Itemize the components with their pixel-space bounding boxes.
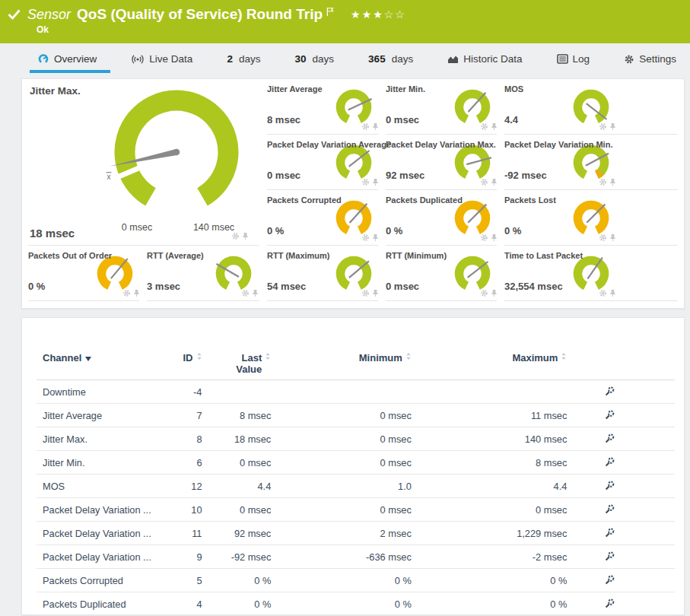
gauge-cell-rtt-average: RTT (Average)3 msec <box>147 246 259 301</box>
table-row-jitter-min[interactable]: Jitter Min.60 msec0 msec8 msec <box>37 451 675 475</box>
gauge-cell-packet-delay-variation-max: Packet Delay Variation Max.92 msec <box>386 135 497 190</box>
cell-channel[interactable]: Packets Duplicated <box>37 599 182 610</box>
gauge-value: -92 msec <box>504 170 547 181</box>
gear-icon[interactable] <box>480 289 488 297</box>
cell-channel[interactable]: Packet Delay Variation ... <box>37 504 182 516</box>
wrench-icon[interactable] <box>604 504 615 515</box>
table-row-jitter-average[interactable]: Jitter Average78 msec0 msec11 msec <box>37 404 675 427</box>
cell-channel[interactable]: Downtime <box>37 386 182 398</box>
table-row-downtime[interactable]: Downtime-4 <box>37 380 675 404</box>
cell-maximum: 4.4 <box>412 481 568 492</box>
pin-icon[interactable] <box>609 178 617 186</box>
gauge-label: RTT (Average) <box>147 251 204 260</box>
tab-30-days[interactable]: 30days <box>292 50 338 73</box>
tab-2-days[interactable]: 2days <box>224 50 263 73</box>
cell-actions <box>567 551 675 562</box>
tab-365-days[interactable]: 365days <box>365 50 416 73</box>
gear-icon[interactable] <box>480 178 488 186</box>
gauge-label: Packets Lost <box>504 195 556 205</box>
wrench-icon[interactable] <box>604 575 615 586</box>
gear-icon[interactable] <box>599 233 607 242</box>
gear-icon[interactable] <box>231 232 240 240</box>
tab-log[interactable]: Log <box>554 50 593 73</box>
pin-icon[interactable] <box>132 289 141 297</box>
pin-icon[interactable] <box>371 233 380 242</box>
column-header-minimum[interactable]: Minimum <box>271 352 412 364</box>
pin-icon[interactable] <box>609 289 617 297</box>
cell-id: 9 <box>182 551 202 563</box>
column-header-last-value[interactable]: Last Value <box>202 352 272 375</box>
table-row-packets-duplicated[interactable]: Packets Duplicated40 %0 %0 % <box>37 592 675 616</box>
wrench-icon[interactable] <box>604 433 615 444</box>
wrench-icon[interactable] <box>604 457 615 468</box>
gear-icon[interactable] <box>599 178 607 186</box>
gear-icon[interactable] <box>480 233 488 242</box>
table-row-jitter-max[interactable]: Jitter Max.818 msec0 msec140 msec <box>37 427 675 451</box>
gear-icon[interactable] <box>361 289 370 297</box>
gauge-value: 0 msec <box>267 170 300 181</box>
pin-icon[interactable] <box>490 233 498 242</box>
table-row-packet-delay-variation[interactable]: Packet Delay Variation ...9-92 msec-636 … <box>37 545 675 569</box>
pin-icon[interactable] <box>371 178 380 186</box>
pin-icon[interactable] <box>251 289 259 297</box>
pin-icon[interactable] <box>371 289 380 297</box>
tab-bar: OverviewLive Data2days30days365daysHisto… <box>0 43 690 73</box>
gear-icon[interactable] <box>241 289 250 297</box>
pin-icon[interactable] <box>609 122 617 131</box>
cell-minimum: 0 msec <box>271 504 412 516</box>
gear-icon[interactable] <box>122 289 131 297</box>
gear-icon[interactable] <box>480 122 488 131</box>
wrench-icon[interactable] <box>604 599 615 609</box>
pin-icon[interactable] <box>371 122 380 131</box>
pin-icon[interactable] <box>241 232 250 240</box>
cell-actions <box>567 457 675 468</box>
pin-icon[interactable] <box>490 122 498 131</box>
column-header-maximum[interactable]: Maximum <box>412 352 568 364</box>
cell-channel[interactable]: MOS <box>37 481 182 492</box>
cell-channel[interactable]: Packet Delay Variation ... <box>37 528 182 539</box>
gear-icon[interactable] <box>599 289 607 297</box>
cell-channel[interactable]: Jitter Min. <box>37 457 182 468</box>
pin-icon[interactable] <box>609 233 617 242</box>
cell-id: 5 <box>182 575 202 586</box>
table-row-packet-delay-variation[interactable]: Packet Delay Variation ...100 msec0 msec… <box>37 498 675 522</box>
gear-icon[interactable] <box>361 122 370 131</box>
cell-channel[interactable]: Jitter Max. <box>37 433 182 445</box>
gear-icon[interactable] <box>599 122 607 131</box>
table-row-packet-delay-variation[interactable]: Packet Delay Variation ...1192 msec2 mse… <box>37 522 675 545</box>
tab-live-data[interactable]: Live Data <box>128 50 196 73</box>
pin-icon[interactable] <box>490 178 498 186</box>
cell-channel[interactable]: Jitter Average <box>37 410 182 421</box>
cell-channel[interactable]: Packets Corrupted <box>37 575 182 586</box>
wrench-icon[interactable] <box>604 551 615 562</box>
pin-icon[interactable] <box>490 289 498 297</box>
tab-label: days <box>239 53 261 65</box>
gauge-label: MOS <box>504 84 523 94</box>
sort-icon[interactable] <box>561 352 567 360</box>
sort-icon[interactable] <box>405 352 412 360</box>
column-header-id[interactable]: ID <box>182 352 202 364</box>
tab-label: days <box>313 53 335 65</box>
gear-icon[interactable] <box>361 178 370 186</box>
wrench-icon[interactable] <box>604 528 615 538</box>
priority-stars[interactable]: ★★★☆☆ <box>351 8 406 21</box>
cell-actions <box>567 410 675 421</box>
caret-down-icon[interactable] <box>85 357 91 361</box>
flag-icon[interactable] <box>326 6 334 20</box>
tab-historic-data[interactable]: Historic Data <box>444 50 525 73</box>
cell-id: 4 <box>182 599 202 610</box>
tab-settings[interactable]: Settings <box>621 50 679 73</box>
wrench-icon[interactable] <box>604 481 615 491</box>
wrench-icon[interactable] <box>604 410 615 421</box>
tab-overview[interactable]: Overview <box>34 49 100 73</box>
table-row-mos[interactable]: MOS124.41.04.4 <box>37 475 675 498</box>
cell-id: 10 <box>182 504 202 516</box>
sort-icon[interactable] <box>265 352 271 360</box>
wrench-icon[interactable] <box>604 386 615 397</box>
table-row-packets-corrupted[interactable]: Packets Corrupted50 %0 %0 % <box>37 569 675 592</box>
column-header-channel[interactable]: Channel <box>37 352 182 364</box>
cell-channel[interactable]: Packet Delay Variation ... <box>37 551 182 563</box>
gauge-value: 3 msec <box>147 281 180 292</box>
gear-icon[interactable] <box>361 233 370 242</box>
sort-icon[interactable] <box>196 352 202 360</box>
